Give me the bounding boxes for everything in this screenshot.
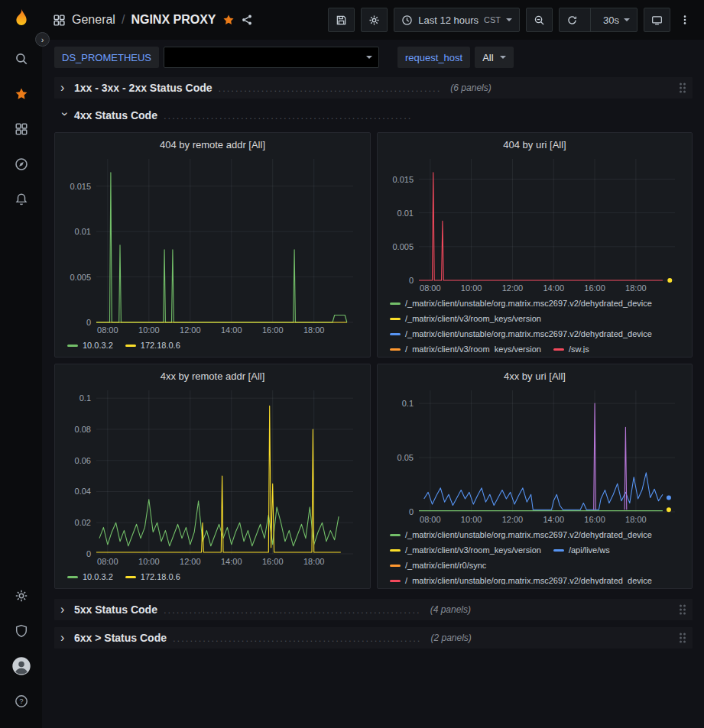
svg-text:08:00: 08:00	[420, 283, 441, 293]
legend-item[interactable]: 172.18.0.6	[125, 338, 180, 353]
chevron-down-icon: ›	[59, 112, 71, 121]
server-admin-gear-icon[interactable]	[8, 582, 35, 610]
favorite-star-icon[interactable]	[222, 14, 235, 26]
panel-title[interactable]: 4xx by uri [All]	[384, 367, 686, 386]
refresh-interval-dropdown[interactable]: 30s	[596, 8, 637, 31]
legend-item[interactable]: 10.0.3.2	[67, 338, 113, 353]
series-color-swatch	[390, 580, 401, 582]
legend-label: 10.0.3.2	[83, 338, 113, 353]
sidebar-expand-button[interactable]: ›	[35, 32, 50, 47]
row-6xx-status-code[interactable]: › 6xx > Status Code ....................…	[54, 627, 693, 649]
legend-item[interactable]: /_matrix/client/unstable/org.matrix.msc2…	[390, 296, 652, 311]
legend-label: /_matrix/client/unstable/org.matrix.msc2…	[405, 326, 652, 341]
series-color-swatch	[553, 348, 564, 351]
dashboard-settings-button[interactable]	[361, 8, 388, 32]
svg-text:0: 0	[409, 276, 414, 285]
svg-text:?: ?	[19, 697, 23, 705]
svg-text:08:00: 08:00	[420, 515, 441, 524]
panel-grid: 404 by remote addr [All] 08:0010:0012:00…	[54, 132, 693, 589]
panel-legend: /_matrix/client/unstable/org.matrix.msc2…	[384, 293, 686, 353]
row-drag-handle[interactable]	[680, 83, 686, 93]
legend-item[interactable]: /api/live/ws	[553, 542, 610, 558]
chart-404-by-remote-addr[interactable]: 08:0010:0012:0014:0016:0018:0000.0050.01…	[61, 154, 364, 335]
svg-text:0.02: 0.02	[75, 518, 91, 527]
legend-label: 10.0.3.2	[83, 569, 113, 584]
starred-dashboards-icon[interactable]	[8, 80, 35, 108]
chevron-right-icon: ›	[60, 82, 70, 94]
user-avatar[interactable]	[8, 652, 35, 680]
svg-text:0.05: 0.05	[397, 453, 414, 462]
legend-label: /_matrix/client/unstable/org.matrix.msc2…	[405, 527, 652, 542]
legend-item[interactable]: 10.0.3.2	[67, 569, 113, 584]
panel-title[interactable]: 4xx by remote addr [All]	[61, 367, 364, 386]
apps-grid-icon	[53, 14, 66, 27]
breadcrumb: General / NGINX PROXY	[53, 13, 253, 27]
dotted-leader: ........................................…	[219, 83, 442, 94]
legend-item[interactable]: /_matrix/client/unstable/org.matrix.msc2…	[390, 326, 652, 341]
chart-404-by-uri[interactable]: 08:0010:0012:0014:0016:0018:0000.0050.01…	[384, 154, 686, 293]
chart-4xx-by-uri[interactable]: 08:0010:0012:0014:0016:0018:0000.050.1	[384, 386, 686, 525]
time-series-plot: 08:0010:0012:0014:0016:0018:0000.020.040…	[61, 386, 364, 567]
datasource-value-select[interactable]	[164, 47, 379, 68]
svg-text:0.005: 0.005	[392, 242, 414, 251]
save-dashboard-button[interactable]	[328, 8, 355, 32]
svg-text:12:00: 12:00	[180, 557, 201, 566]
zoom-out-button[interactable]	[526, 8, 553, 32]
svg-text:0.08: 0.08	[75, 425, 91, 434]
svg-text:0.01: 0.01	[397, 209, 414, 218]
row-drag-handle[interactable]	[680, 633, 686, 643]
legend-item[interactable]: /_matrix/client/r0/sync	[390, 558, 486, 573]
share-icon[interactable]	[241, 14, 253, 26]
legend-item[interactable]: /_matrix/client/v3/room_keys/version	[390, 542, 541, 558]
svg-text:18:00: 18:00	[303, 557, 325, 566]
series-color-swatch	[390, 318, 401, 320]
help-icon[interactable]: ?	[8, 688, 35, 715]
grafana-logo[interactable]	[11, 8, 32, 29]
svg-text:12:00: 12:00	[502, 283, 524, 293]
dashboard-content: › 1xx - 3xx - 2xx Status Code ..........…	[42, 73, 704, 649]
legend-item[interactable]: /_matrix/client/unstable/org.matrix.msc2…	[390, 573, 652, 584]
request-host-select[interactable]: All	[475, 47, 513, 68]
row-drag-handle[interactable]	[680, 605, 686, 615]
legend-item[interactable]: /sw.js	[553, 341, 589, 353]
dashboards-icon[interactable]	[8, 115, 35, 143]
legend-label: /_matrix/client/v3/room_keys/version	[405, 311, 541, 326]
time-range-picker[interactable]: Last 12 hours CST	[394, 8, 520, 32]
series-color-swatch	[390, 534, 401, 536]
svg-text:18:00: 18:00	[625, 283, 647, 293]
svg-text:16:00: 16:00	[584, 515, 605, 524]
search-icon[interactable]	[8, 45, 35, 73]
refresh-controls: 30s	[559, 8, 637, 32]
more-options-kebab[interactable]	[676, 8, 693, 32]
refresh-button[interactable]	[560, 8, 585, 31]
svg-text:08:00: 08:00	[97, 325, 118, 335]
explore-compass-icon[interactable]	[8, 150, 35, 178]
timezone-label: CST	[484, 15, 501, 24]
admin-shield-icon[interactable]	[8, 617, 35, 645]
svg-text:0.1: 0.1	[79, 393, 91, 403]
panel-title[interactable]: 404 by remote addr [All]	[61, 136, 364, 154]
alerting-bell-icon[interactable]	[8, 186, 35, 213]
breadcrumb-section[interactable]: General	[72, 13, 115, 27]
legend-label: /sw.js	[569, 341, 589, 353]
chevron-right-icon: ›	[60, 632, 70, 644]
chevron-right-icon: ›	[60, 603, 70, 616]
svg-text:16:00: 16:00	[262, 325, 284, 335]
panel-title[interactable]: 404 by uri [All]	[384, 136, 686, 154]
row-1xx-3xx-2xx-status-code[interactable]: › 1xx - 3xx - 2xx Status Code ..........…	[54, 77, 693, 99]
row-4xx-status-code[interactable]: › 4xx Status Code ......................…	[54, 105, 693, 125]
svg-text:0: 0	[86, 318, 91, 327]
svg-text:10:00: 10:00	[138, 325, 160, 335]
svg-text:16:00: 16:00	[262, 557, 284, 566]
row-5xx-status-code[interactable]: › 5xx Status Code ......................…	[54, 599, 693, 620]
legend-item[interactable]: /_matrix/client/v3/room_keys/version	[390, 341, 541, 353]
chevron-down-icon	[506, 18, 512, 21]
legend-item[interactable]: /_matrix/client/v3/room_keys/version	[390, 311, 541, 326]
svg-text:18:00: 18:00	[625, 515, 647, 524]
chart-4xx-by-remote-addr[interactable]: 08:0010:0012:0014:0016:0018:0000.020.040…	[61, 386, 364, 567]
legend-label: 172.18.0.6	[141, 569, 180, 584]
legend-item[interactable]: /_matrix/client/unstable/org.matrix.msc2…	[390, 527, 652, 542]
tv-mode-button[interactable]	[644, 8, 670, 32]
legend-item[interactable]: 172.18.0.6	[125, 569, 180, 584]
main-area: General / NGINX PROXY	[42, 0, 704, 728]
